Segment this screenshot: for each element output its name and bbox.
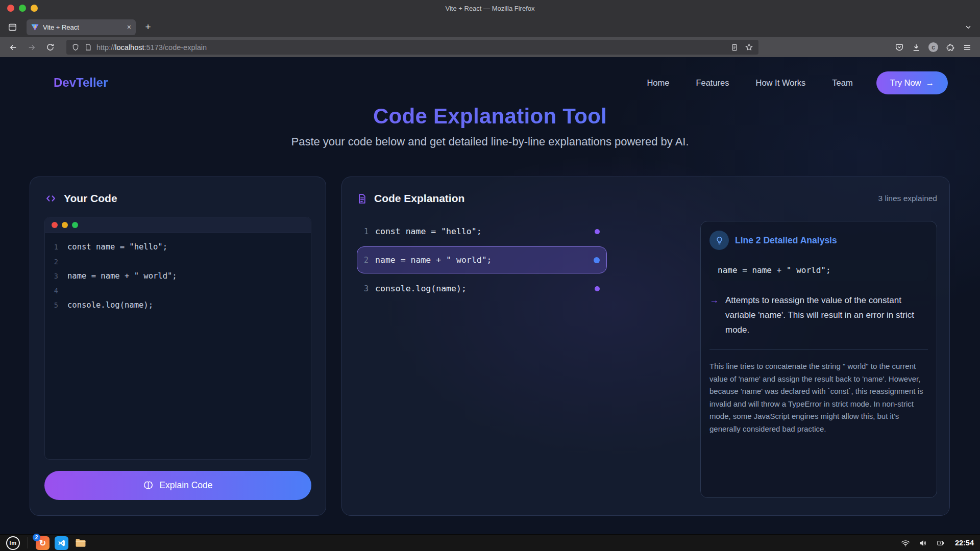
downloads-icon[interactable] (912, 43, 921, 52)
detail-code-chip: name = name + " world"; (709, 260, 928, 281)
volume-icon[interactable] (919, 539, 927, 547)
menu-hamburger-icon[interactable] (963, 43, 972, 52)
line-status-dot (595, 229, 600, 234)
back-icon[interactable] (5, 40, 21, 55)
window-title: Vite + React — Mozilla Firefox (446, 5, 535, 12)
explanation-title: Code Explanation (374, 192, 464, 205)
line-number: 3 (45, 269, 67, 284)
firefox-taskbar-icon[interactable]: ↻ 2 (36, 536, 50, 550)
vite-favicon-icon (31, 23, 39, 31)
reload-icon[interactable] (42, 40, 58, 55)
line-text: name = name + " world"; (67, 269, 177, 284)
explanation-line-number: 3 (364, 284, 369, 293)
code-line: 4 (45, 284, 311, 298)
code-line: 1 const name = "hello"; (45, 240, 311, 255)
panels-row: Your Code 1 const name = "hello"; (0, 148, 980, 516)
vscode-taskbar-icon[interactable] (55, 536, 68, 550)
new-tab-button[interactable]: + (141, 20, 155, 34)
code-area[interactable]: 1 const name = "hello"; 2 3 name (45, 233, 311, 319)
detail-title: Line 2 Detailed Analysis (735, 235, 837, 246)
explain-code-button[interactable]: Explain Code (44, 471, 311, 500)
line-text: console.log(name); (67, 298, 153, 313)
your-code-title: Your Code (64, 192, 117, 205)
taskbar-divider (28, 537, 28, 548)
explanation-line-list: 1 const name = "hello"; 2 name = name + … (357, 221, 607, 299)
line-number: 1 (45, 240, 67, 255)
code-line: 3 name = name + " world"; (45, 269, 311, 284)
site-logo[interactable]: DevTeller (54, 76, 108, 90)
site-nav: HomeFeaturesHow It WorksTeam (647, 78, 852, 88)
system-tray: 22:54 (901, 539, 974, 547)
shield-icon[interactable] (71, 43, 80, 52)
explanation-line-row[interactable]: 1 const name = "hello"; (357, 221, 607, 242)
wifi-icon[interactable] (901, 539, 910, 547)
nav-link[interactable]: Features (696, 78, 729, 88)
detail-summary-text: Attempts to reassign the value of the co… (725, 293, 928, 337)
page-title: Code Explanation Tool (0, 104, 980, 129)
editor-titlebar (45, 217, 311, 233)
code-line: 5 console.log(name); (45, 298, 311, 313)
arrow-right-icon: → (926, 78, 935, 88)
line-number: 4 (45, 284, 67, 298)
line-detail-card: Line 2 Detailed Analysis name = name + "… (700, 221, 937, 498)
page-info-icon[interactable] (84, 43, 92, 51)
nav-link[interactable]: Home (647, 78, 669, 88)
line-number: 2 (45, 255, 67, 269)
pocket-icon[interactable] (895, 43, 904, 52)
brain-icon (143, 480, 154, 491)
explanation-line-code: name = name + " world"; (375, 255, 492, 265)
forward-icon[interactable] (23, 40, 40, 55)
container-icon[interactable]: c (928, 42, 938, 52)
mint-menu-icon[interactable]: lm (6, 536, 20, 550)
editor-dot-yellow (62, 222, 68, 228)
clock: 22:54 (955, 539, 974, 547)
window-minimize-button[interactable] (31, 5, 38, 12)
all-tabs-chevron-icon[interactable] (962, 20, 975, 34)
window-controls (7, 5, 38, 12)
firefox-badge: 2 (33, 534, 40, 541)
screen: Vite + React — Mozilla Firefox Vite + Re… (0, 0, 980, 551)
code-line: 2 (45, 255, 311, 269)
line-status-dot (595, 286, 600, 291)
extensions-puzzle-icon[interactable] (946, 43, 955, 52)
tab-close-icon[interactable]: × (127, 23, 131, 31)
url-bar[interactable]: http://localhost:5173/code-explain (66, 40, 758, 55)
explanation-line-number: 2 (364, 256, 369, 265)
code-explanation-panel: Code Explanation 3 lines explained 1 con… (341, 177, 950, 516)
tab-title: Vite + React (43, 23, 123, 31)
firefox-view-icon[interactable] (5, 20, 19, 34)
explanation-line-row[interactable]: 2 name = name + " world"; (357, 246, 607, 273)
system-taskbar: lm ↻ 2 22:54 (0, 534, 980, 551)
url-text[interactable]: http://localhost:5173/code-explain (96, 43, 726, 52)
detail-description: This line tries to concatenate the strin… (709, 360, 928, 435)
window-maximize-button[interactable] (19, 5, 26, 12)
code-brackets-icon (44, 193, 57, 204)
try-now-button[interactable]: Try Now→ (876, 71, 948, 94)
tab-strip: Vite + React × + (0, 17, 980, 37)
site-header: DevTeller HomeFeaturesHow It WorksTeam T… (0, 57, 980, 99)
page-subtitle: Paste your code below and get detailed l… (0, 135, 980, 148)
nav-link[interactable]: Team (832, 78, 852, 88)
window-close-button[interactable] (7, 5, 14, 12)
code-editor[interactable]: 1 const name = "hello"; 2 3 name (44, 217, 311, 460)
battery-charging-icon[interactable] (936, 539, 945, 547)
explanation-line-number: 1 (364, 227, 369, 236)
web-page: DevTeller HomeFeaturesHow It WorksTeam T… (0, 57, 980, 534)
line-number: 5 (45, 298, 67, 313)
nav-link[interactable]: How It Works (756, 78, 806, 88)
window-titlebar: Vite + React — Mozilla Firefox (0, 0, 980, 17)
editor-dot-green (72, 222, 78, 228)
detail-divider (709, 349, 928, 349)
bookmark-star-icon[interactable] (745, 43, 753, 52)
line-text: const name = "hello"; (67, 240, 167, 255)
explanation-line-row[interactable]: 3 console.log(name); (357, 278, 607, 299)
your-code-panel: Your Code 1 const name = "hello"; (30, 177, 326, 516)
files-taskbar-icon[interactable] (74, 536, 87, 550)
browser-tab[interactable]: Vite + React × (27, 19, 136, 35)
line-status-dot (594, 257, 600, 263)
explanation-line-code: console.log(name); (375, 284, 467, 293)
browser-toolbar: http://localhost:5173/code-explain c (0, 37, 980, 57)
editor-dot-red (52, 222, 58, 228)
reader-mode-icon[interactable] (730, 43, 739, 52)
toolbar-extensions: c (895, 42, 975, 52)
